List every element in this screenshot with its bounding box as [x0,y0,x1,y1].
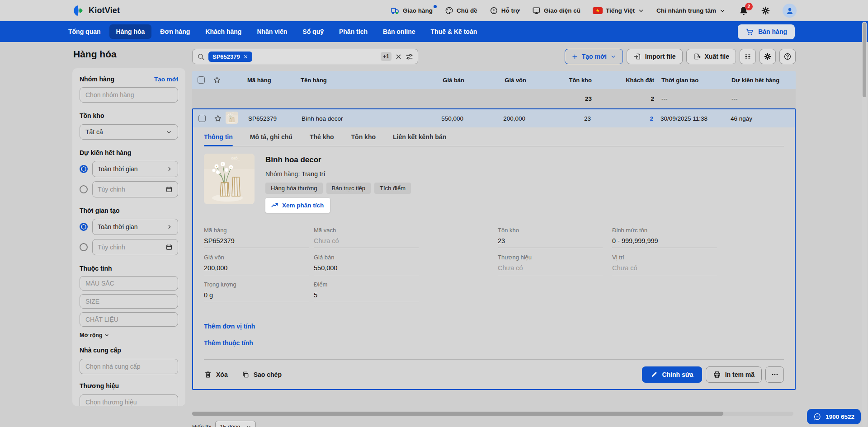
remove-tag-icon[interactable] [244,55,247,58]
filter-stock: Tồn kho Tất cả [80,112,178,140]
notifications-button[interactable]: 2 [739,6,749,16]
view-analytics-button[interactable]: Xem phân tích [265,198,330,213]
add-attribute-link[interactable]: Thêm thuộc tính [204,339,253,347]
created-custom-option[interactable]: Tùy chỉnh [92,239,178,255]
support-menu-item[interactable]: Hỗ trợ [490,6,520,15]
table-settings-button[interactable] [760,49,776,64]
search-box[interactable]: SP652379 +1 [192,49,418,64]
nav-don-hang[interactable]: Đơn hàng [153,24,197,39]
language-selector[interactable]: Tiếng Việt [593,7,644,14]
forecast-custom-option[interactable]: Tùy chỉnh [92,181,178,197]
horizontal-scrollbar[interactable] [192,412,793,416]
tab-lien-ket[interactable]: Liên kết kênh bán [393,127,446,146]
product-group-value: Trang trí [302,170,325,178]
product-group-label: Nhóm hàng [80,75,114,83]
nav-nhan-vien[interactable]: Nhân viên [250,24,294,39]
more-actions-button[interactable] [765,366,784,383]
attribute-size-input[interactable] [80,294,178,309]
col-cost[interactable]: Giá vốn [470,77,532,84]
cart-icon [747,29,753,35]
row-favorite-icon[interactable] [214,114,226,122]
col-name[interactable]: Tên hàng [299,77,401,84]
forecast-custom-radio[interactable] [80,185,88,193]
nav-thue-ke-toan[interactable]: Thuế & Kế toán [424,24,484,39]
delivery-menu-item[interactable]: Giao hàng [391,6,433,15]
field-stock: Tồn kho23 [498,226,603,248]
edit-button[interactable]: Chỉnh sửa [642,366,702,383]
created-alltime-option[interactable]: Toàn thời gian [92,219,178,235]
delete-button[interactable]: Xóa [204,371,228,379]
page-size-row: Hiển thị 15 dòng [192,421,796,427]
column-settings-button[interactable] [740,49,756,64]
nav-hang-hoa[interactable]: Hàng hóa [109,24,152,39]
col-ordered[interactable]: Khách đặt [597,77,660,84]
col-code[interactable]: Mã hàng [245,77,299,84]
product-row[interactable]: SP652379 Bình hoa decor 550,000 200,000 … [193,109,795,127]
nav-tong-quan[interactable]: Tổng quan [61,24,108,39]
create-group-link[interactable]: Tạo mới [154,76,178,83]
help-button[interactable] [779,49,796,64]
nav-ban-online[interactable]: Bán online [376,24,422,39]
created-alltime-radio[interactable] [80,223,88,231]
col-created[interactable]: Thời gian tạo [660,77,730,84]
forecast-alltime-radio[interactable] [80,165,88,173]
kiotviet-logo[interactable]: KiotViet [72,5,120,17]
hotline-chat-button[interactable]: 1900 6522 [807,409,861,424]
tab-the-kho[interactable]: Thẻ kho [310,127,334,146]
branch-selector[interactable]: Chi nhánh trung tâm [656,7,726,14]
nav-phan-tich[interactable]: Phân tích [332,24,374,39]
more-filters-badge[interactable]: +1 [381,52,392,61]
horizontal-scrollbar-thumb[interactable] [192,412,723,416]
product-image[interactable] [204,154,255,204]
copy-button[interactable]: Sao chép [241,371,282,379]
brand-input[interactable] [80,394,178,406]
vertical-scrollbar[interactable] [862,22,867,427]
vertical-scrollbar-thumb[interactable] [863,23,866,97]
export-file-button[interactable]: Xuất file [686,49,736,64]
select-all-checkbox[interactable] [198,76,205,84]
tab-mo-ta[interactable]: Mô tả, ghi chú [250,127,292,146]
clear-search-button[interactable] [395,53,402,60]
trash-icon [205,372,210,377]
add-unit-link[interactable]: Thêm đơn vị tính [204,323,255,330]
col-stock[interactable]: Tồn kho [532,77,597,84]
page-size-value: 15 dòng [220,424,240,427]
advanced-filter-button[interactable] [406,53,413,61]
col-price[interactable]: Giá bán [401,77,470,84]
chevron-down-icon [721,10,724,12]
nav-khach-hang[interactable]: Khách hàng [198,24,248,39]
sell-button[interactable]: Bán hàng [738,24,795,39]
favorite-column-icon[interactable] [213,76,225,84]
page-size-select[interactable]: 15 dòng [215,421,255,427]
search-input[interactable] [256,53,377,60]
notification-badge: 2 [745,3,753,10]
theme-menu-item[interactable]: Chủ đề [445,6,477,15]
tag-direct-sale: Bán trực tiếp [326,183,371,194]
product-group-input[interactable] [80,87,178,103]
attribute-material-input[interactable] [80,312,178,327]
settings-button[interactable] [761,6,770,15]
old-interface-menu-item[interactable]: Giao diện cũ [532,6,580,15]
created-custom-radio[interactable] [80,243,88,251]
expand-link[interactable]: Mở rộng [80,332,109,338]
import-file-button[interactable]: Import file [627,49,683,64]
tab-ton-kho[interactable]: Tồn kho [351,127,376,146]
stock-select[interactable]: Tất cả [80,124,178,140]
supplier-input[interactable] [80,359,178,374]
import-icon [634,54,640,59]
nav-so-quy[interactable]: Sổ quỹ [296,24,330,39]
calendar-icon [167,187,172,192]
create-new-button[interactable]: Tạo mới [565,49,623,64]
user-avatar[interactable] [783,4,797,18]
forecast-alltime-option[interactable]: Toàn thời gian [92,161,178,177]
created-time-label: Thời gian tạo [80,207,120,214]
attribute-color-input[interactable] [80,276,178,291]
col-forecast[interactable]: Dự kiến hết hàng [730,77,796,84]
table-header-row: Mã hàng Tên hàng Giá bán Giá vốn Tồn kho… [192,71,796,89]
cell-ordered-link[interactable]: 2 [596,115,659,122]
field-stock-limit: Định mức tồn0 - 999,999,999 [612,226,717,248]
chevron-down-icon [612,56,615,57]
row-checkbox[interactable] [198,115,206,122]
print-label-button[interactable]: In tem mã [706,366,762,383]
tab-thong-tin[interactable]: Thông tin [204,127,233,146]
